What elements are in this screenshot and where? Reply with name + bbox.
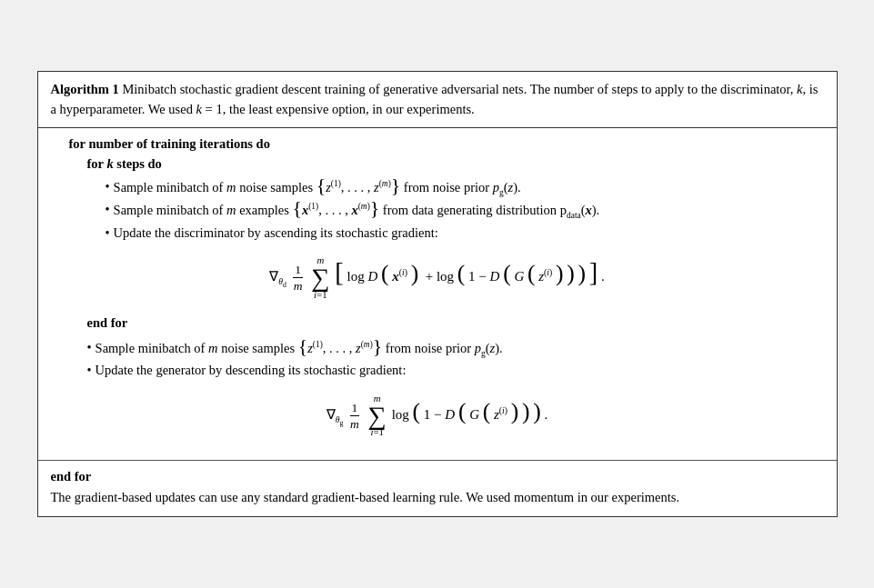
bullet-2: • Sample minibatch of m examples {x(1), … (105, 199, 824, 220)
algorithm-header: Algorithm 1 Minibatch stochastic gradien… (38, 72, 837, 128)
equation-discriminator-content: ∇θd 1 m m ∑ i=1 [ log D ( x(i) ) (269, 255, 605, 300)
footer-text: The gradient-based updates can use any s… (51, 487, 824, 507)
bullet-2-text: Sample minibatch of m examples {x(1), . … (114, 199, 600, 220)
inner-loop-end: end for (87, 313, 824, 333)
bullet-4-text: Sample minibatch of m noise samples {z(1… (95, 337, 503, 358)
algorithm-box: Algorithm 1 Minibatch stochastic gradien… (37, 71, 838, 517)
bullet-3: • Update the discriminator by ascending … (105, 223, 824, 243)
bullet-5: • Update the generator by descending its… (87, 360, 824, 380)
bullet-1: • Sample minibatch of m noise samples {z… (105, 176, 824, 197)
bullet-5-text: Update the generator by descending its s… (95, 360, 407, 380)
bullet-symbol-1: • (105, 176, 110, 196)
algorithm-footer: end for The gradient-based updates can u… (38, 460, 837, 516)
outer-loop-end: end for (51, 466, 824, 486)
equation-generator: ∇θg 1 m m ∑ i=1 log ( 1 − D ( G ( (51, 394, 824, 438)
bullet-symbol-4: • (87, 337, 92, 357)
algorithm-title: Algorithm 1 (51, 82, 119, 96)
algorithm-description: Minibatch stochastic gradient descent tr… (51, 82, 819, 116)
equation-generator-content: ∇θg 1 m m ∑ i=1 log ( 1 − D ( G ( (326, 394, 548, 438)
bullet-symbol-2: • (105, 199, 110, 219)
outer-loop-start: for number of training iterations do (69, 134, 824, 154)
bullet-symbol-3: • (105, 223, 110, 243)
bullet-1-text: Sample minibatch of m noise samples {z(1… (114, 176, 521, 197)
equation-discriminator: ∇θd 1 m m ∑ i=1 [ log D ( x(i) ) (51, 255, 824, 300)
bullet-4: • Sample minibatch of m noise samples {z… (87, 337, 824, 358)
algorithm-body: for number of training iterations do for… (38, 128, 837, 461)
bullet-3-text: Update the discriminator by ascending it… (114, 223, 438, 243)
inner-loop-start: for k steps do (87, 154, 824, 174)
bullet-symbol-5: • (87, 360, 92, 380)
